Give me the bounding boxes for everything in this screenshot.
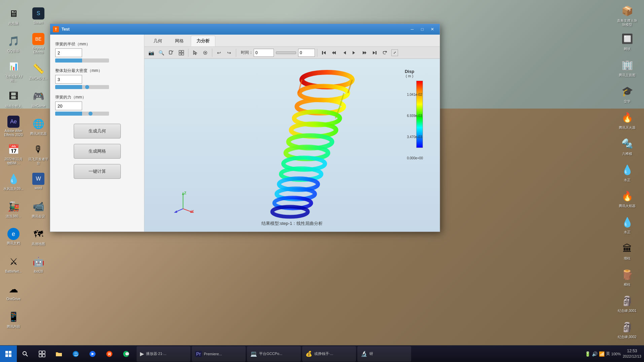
desktop-icon-computer[interactable]: 🖥 此电脑 xyxy=(1,3,26,30)
time-input[interactable] xyxy=(254,49,274,57)
desktop-icon-train[interactable]: 🚂 清洗380... xyxy=(1,196,26,223)
svg-rect-4 xyxy=(179,53,181,55)
reset-button[interactable]: ↪ xyxy=(224,48,234,57)
play-prev-button[interactable] xyxy=(329,48,339,57)
right-icon-6[interactable]: 🔩 六榫模 xyxy=(615,134,639,159)
keyboard-icon[interactable]: 英 xyxy=(606,351,610,357)
spring-force-input[interactable] xyxy=(55,102,82,110)
tab-mesh[interactable]: 网格 xyxy=(169,36,189,46)
toolbar-separator-3 xyxy=(236,49,236,57)
desktop-icon-browser[interactable]: 🌐 腾讯浏览器 xyxy=(26,113,50,140)
play-fwd-button[interactable] xyxy=(350,48,359,57)
svg-rect-3 xyxy=(182,50,184,52)
gen-mesh-button[interactable]: 生成网格 xyxy=(74,144,121,159)
tab-force-analysis[interactable]: 力分析 xyxy=(191,36,215,46)
right-icon-13[interactable]: 🗿 纪念碑,0002 xyxy=(615,317,639,343)
taskbar-running-app-3[interactable]: 💻 平台GCCPo... xyxy=(247,346,301,362)
tab-geometry[interactable]: 几何 xyxy=(148,36,168,46)
taskbar-running-app-5[interactable]: 🔬 研 xyxy=(357,346,411,362)
play-back-button[interactable] xyxy=(339,48,349,57)
right-icon-7[interactable]: 💧 水正 xyxy=(615,160,639,186)
maximize-button[interactable]: □ xyxy=(418,25,427,33)
desktop-icon-water[interactable]: 💧 水风流大09... xyxy=(1,168,26,195)
taskbar-video[interactable] xyxy=(85,346,100,362)
desktop-icon-beyond-effects[interactable]: BE Beyond Effects xyxy=(26,30,50,57)
desktop-icon-word[interactable]: W word xyxy=(26,168,50,195)
desktop-icon-edge[interactable]: e 腾讯文档 xyxy=(1,223,26,250)
desktop-icon-battlenet[interactable]: ⚔ BattleNet... xyxy=(1,251,26,278)
desktop-icon-zwcad[interactable]: 📏 ZWCAD 2... xyxy=(26,58,50,85)
taskbar-running-app-4[interactable]: 💰 或挣钱手·... xyxy=(302,346,356,362)
volume-icon[interactable]: 🔊 xyxy=(592,351,598,357)
desktop-icon-calendar[interactable]: 📅 2022年11月 物BIM·... xyxy=(1,140,26,167)
right-icon-8[interactable]: 🔥 腾讯火焰器 xyxy=(615,186,639,212)
desktop-icon-animation[interactable]: 🎞 动画分析人 xyxy=(1,85,26,112)
spring-force-slider[interactable] xyxy=(55,112,109,116)
spring-radius-input[interactable] xyxy=(55,48,82,57)
play-next-button[interactable] xyxy=(360,48,369,57)
desktop-icon-steam[interactable]: S Steam xyxy=(26,3,50,30)
desktop-icon-label: 此电脑 xyxy=(8,22,19,26)
select-button[interactable] xyxy=(190,48,200,57)
svg-marker-11 xyxy=(333,51,336,54)
time-label: 时间： xyxy=(241,50,253,55)
camera-button[interactable]: 📷 xyxy=(146,48,156,57)
taskbar-youdao[interactable]: 词 xyxy=(102,346,117,362)
desktop-icon-ae[interactable]: Ae Adobe After Effects 2020 xyxy=(1,113,26,140)
right-icon-3[interactable]: 🏢 腾讯立面图 xyxy=(615,55,639,81)
right-icon-9[interactable]: 💧 水正 xyxy=(615,212,639,238)
right-icon-5[interactable]: 🔥 腾讯灭火器 xyxy=(615,108,639,133)
minimize-button[interactable]: ─ xyxy=(407,25,417,33)
play-end-button[interactable] xyxy=(370,48,379,57)
svg-text:词: 词 xyxy=(108,352,111,356)
paint-button[interactable] xyxy=(167,48,176,57)
start-button[interactable] xyxy=(0,346,17,362)
desktop-icon-iflytek[interactable]: 🎙 讯飞开发者平台 xyxy=(26,140,50,167)
taskbar-search[interactable] xyxy=(17,346,33,362)
frame-input[interactable] xyxy=(298,49,315,57)
loop-button[interactable] xyxy=(380,48,389,57)
right-icon-4[interactable]: 🎓 交学 xyxy=(615,81,639,107)
svg-marker-10 xyxy=(323,51,326,54)
gen-geometry-button[interactable]: 生成几何 xyxy=(74,124,121,138)
right-icon-1[interactable]: 📦 直角支撑土块块模型 xyxy=(615,3,639,28)
time-slider[interactable] xyxy=(276,51,296,54)
right-icon-10[interactable]: 🏛 墙柱 xyxy=(615,238,639,264)
zoom-button[interactable]: 🔍 xyxy=(156,48,166,57)
taskbar-wechat[interactable]: 💬 xyxy=(118,346,134,362)
spring-radius-slider[interactable] xyxy=(55,58,109,63)
right-icon-11[interactable]: 🪵 樟柱 xyxy=(615,265,639,290)
3d-viewport[interactable]: Z X Disp ( m ) xyxy=(144,59,440,232)
expand-button[interactable]: ⤢ xyxy=(391,49,398,56)
right-icon-2[interactable]: 🔲 网状 xyxy=(615,29,639,54)
taskbar-running-app-2[interactable]: Pr Premiere... xyxy=(192,346,246,362)
desktop-icon-onedrive[interactable]: ☁ OneDrive xyxy=(1,278,26,305)
desktop-icon-tencent[interactable]: 📱 腾讯内容 xyxy=(1,306,26,333)
grid-button[interactable] xyxy=(177,48,186,57)
node-button[interactable] xyxy=(201,48,210,57)
rotate-button[interactable]: ↩ xyxy=(214,48,224,57)
svg-point-31 xyxy=(272,207,308,217)
clock[interactable]: 12:53 2022/12/13 xyxy=(623,348,641,359)
taskbar-edge[interactable] xyxy=(68,346,83,362)
desktop-icon-wegame[interactable]: 🎮 WeGame xyxy=(26,85,50,112)
desktop-icon-ibot[interactable]: 🤖 ibot28 xyxy=(26,251,50,278)
taskbar: 词 💬 ▶ 播放器·21·... Pr Premiere... 💻 平台GCCP… xyxy=(0,345,644,362)
battery-icon[interactable]: 🔋 xyxy=(585,351,591,357)
desktop-icon-map[interactable]: 🗺 高德地图 xyxy=(26,223,50,250)
mesh-density-input[interactable] xyxy=(55,75,82,84)
taskbar-running-app-1[interactable]: ▶ 播放器·21·... xyxy=(137,346,190,362)
desktop-icon-qq[interactable]: 🎵 QQ音乐 xyxy=(1,30,26,57)
desktop-icon-feishu[interactable]: 📊 飞书投影人/用... xyxy=(1,58,26,85)
taskbar-file-explorer[interactable] xyxy=(51,346,67,362)
network-icon[interactable]: 📶 xyxy=(599,351,605,357)
toolbar-separator-4 xyxy=(317,49,317,57)
desktop-icon-meeting[interactable]: 📹 腾讯会议 xyxy=(26,196,50,223)
play-start-button[interactable] xyxy=(319,48,329,57)
one-calc-button[interactable]: 一键计算 xyxy=(74,164,121,179)
taskbar-task-view[interactable] xyxy=(34,346,50,362)
left-panel: 弹簧的半径（mm） 整体划分最大密度（mm） 弹簧的力（mm） xyxy=(50,35,144,232)
close-button[interactable]: ✕ xyxy=(428,25,437,33)
mesh-density-slider[interactable] xyxy=(55,85,109,89)
right-icon-12[interactable]: 🗿 纪念碑,0001 xyxy=(615,291,639,316)
